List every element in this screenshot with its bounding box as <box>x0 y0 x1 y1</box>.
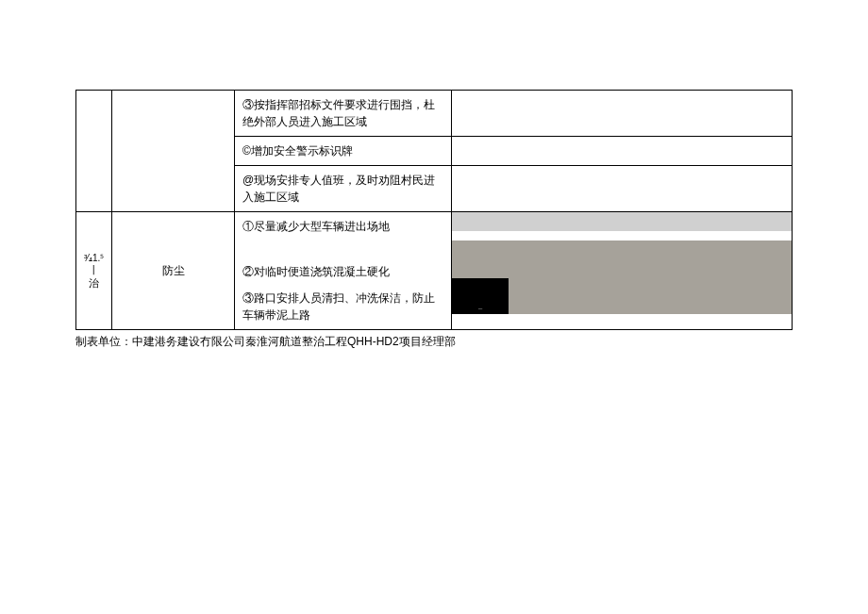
measure-cell: ©增加安全警示标识牌 <box>235 137 452 166</box>
footer-note: 制表单位：中建港务建设冇限公司秦淮河航道整治工程QHH-HD2项目经理部 <box>75 330 793 350</box>
category-cell-empty <box>76 91 112 212</box>
remark-cell <box>452 91 793 137</box>
dark-panel: — <box>452 241 792 314</box>
gap <box>452 231 792 241</box>
spacer <box>242 235 443 244</box>
main-table: ③按指挥部招标文件要求进行围挡，杜绝外部人员进入施工区域 ©增加安全警示标识牌 … <box>75 90 793 330</box>
measure-cell: @现场安排专人值班，及时劝阻村民进入施工区域 <box>235 166 452 212</box>
spacer <box>242 254 443 263</box>
section-label-cell: ³⁄₄1.⁵ 丨 治 <box>76 212 112 330</box>
section-label-line: 丨 <box>89 264 99 275</box>
dust-item: ①尽量减少大型车辆进出场地 <box>242 218 443 235</box>
section-label-text: 治 <box>89 277 99 289</box>
remark-cell <box>452 166 793 212</box>
category-cell: 防尘 <box>112 212 235 330</box>
remark-cell <box>452 137 793 166</box>
graphic-cell: — <box>452 212 793 330</box>
dust-item: ③路口安排人员清扫、冲洗保洁，防止车辆带泥上路 <box>242 290 443 324</box>
measure-cell: ③按指挥部招标文件要求进行围挡，杜绝外部人员进入施工区域 <box>235 91 452 137</box>
subcategory-cell-empty <box>112 91 235 212</box>
dust-measures-cell: ①尽量减少大型车辆进出场地 ②对临时便道浇筑混凝土硬化 ③路口安排人员清扫、冲洗… <box>235 212 452 330</box>
spacer <box>242 280 443 290</box>
table-row: ³⁄₄1.⁵ 丨 治 防尘 ①尽量减少大型车辆进出场地 ②对临时便道浇筑混凝土硬… <box>76 212 793 330</box>
table-container: ③按指挥部招标文件要求进行围挡，杜绝外部人员进入施工区域 ©增加安全警示标识牌 … <box>75 90 793 350</box>
dust-item: ②对临时便道浇筑混凝土硬化 <box>242 263 443 280</box>
table-row: ③按指挥部招标文件要求进行围挡，杜绝外部人员进入施工区域 <box>76 91 793 137</box>
spacer <box>242 244 443 254</box>
section-label-small: ³⁄₄1.⁵ <box>84 253 104 263</box>
tiny-label: — <box>478 305 482 310</box>
gray-bar <box>452 212 792 231</box>
black-box: — <box>452 278 509 314</box>
